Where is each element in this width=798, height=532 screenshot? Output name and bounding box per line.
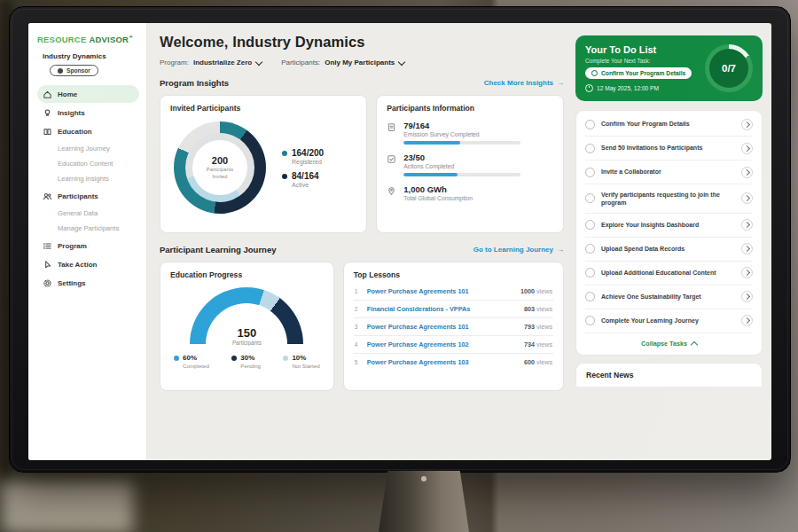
lesson-rank: 2: [355, 306, 361, 312]
lesson-title-link[interactable]: Financial Considerations - VPPAs: [367, 305, 518, 313]
sidebar-item-insights[interactable]: Insights: [37, 104, 139, 121]
lesson-row[interactable]: 4 Power Purchase Agreements 102 734views: [354, 336, 553, 354]
top-lessons-list: 1 Power Purchase Agreements 101 1000view…: [354, 283, 553, 371]
sidebar-item-label: Settings: [58, 279, 86, 287]
legend-item-registered: 164/200 Registered: [282, 148, 324, 165]
task-checkbox[interactable]: [585, 292, 595, 301]
card-title: Participants Information: [387, 104, 553, 113]
invited-donut-center: 200 Participants Invited: [192, 140, 247, 195]
task-chevron-button[interactable]: [741, 315, 753, 326]
task-chevron-button[interactable]: [741, 119, 753, 130]
todo-task-item[interactable]: Achieve One Sustainability Target: [585, 286, 753, 309]
lesson-title-link[interactable]: Power Purchase Agreements 101: [367, 287, 514, 295]
task-chevron-button[interactable]: [741, 267, 753, 278]
lesson-title-link[interactable]: Power Purchase Agreements 103: [367, 358, 518, 366]
sidebar-item-manage-participants[interactable]: Manage Participants: [37, 221, 139, 236]
invited-participants-card: Invited Participants 200 Participants In…: [160, 95, 367, 233]
chevron-right-icon: [744, 195, 750, 201]
sidebar-item-education[interactable]: Education: [37, 122, 139, 140]
sidebar-item-program[interactable]: Program: [37, 237, 139, 254]
chevron-down-icon: [398, 58, 405, 65]
chevron-right-icon: [744, 168, 750, 175]
sidebar-item-settings[interactable]: Settings: [37, 274, 139, 292]
gauge-center: 150 Participants: [190, 326, 303, 346]
sidebar-item-label: Insights: [58, 109, 85, 117]
todo-task-item[interactable]: Verify participants requesting to join t…: [585, 184, 753, 214]
task-checkbox[interactable]: [585, 193, 595, 203]
sidebar-item-participants[interactable]: Participants: [37, 187, 139, 205]
sidebar-item-learning-insights[interactable]: Learning Insights: [37, 171, 139, 186]
lesson-row[interactable]: 3 Power Purchase Agreements 101 793views: [354, 318, 553, 336]
sidebar-item-home[interactable]: Home: [37, 85, 139, 103]
arrow-right-icon: →: [557, 79, 564, 87]
task-checkbox[interactable]: [585, 168, 595, 177]
todo-task-item[interactable]: Complete Your Learning Journey: [585, 309, 753, 333]
lesson-title-link[interactable]: Power Purchase Agreements 102: [367, 340, 518, 348]
sidebar-item-label: Education: [58, 128, 92, 136]
sidebar-item-label: General Data: [58, 209, 98, 217]
clipboard-icon: [387, 122, 396, 132]
sidebar-item-label: Take Action: [58, 261, 97, 269]
card-title: Education Progress: [170, 270, 324, 279]
task-label: Confirm Your Program Details: [601, 120, 735, 128]
page-title: Welcome, Industry Dynamics: [160, 34, 564, 51]
sidebar-item-general-data[interactable]: General Data: [37, 206, 139, 221]
lesson-row[interactable]: 1 Power Purchase Agreements 101 1000view…: [354, 283, 553, 301]
survey-progress-bar: [403, 141, 520, 145]
lesson-row[interactable]: 2 Financial Considerations - VPPAs 803vi…: [354, 301, 553, 318]
education-legend: 60% Completed 30% Pending: [170, 354, 324, 369]
task-chevron-button[interactable]: [741, 192, 753, 204]
collapse-tasks-button[interactable]: Collapse Tasks: [585, 333, 753, 351]
task-checkbox[interactable]: [585, 120, 595, 129]
chevron-right-icon: [744, 270, 750, 276]
todo-summary-card: Your To Do List Complete Your Next Task:…: [575, 35, 763, 101]
info-row-consumption: 1,000 GWh Total Global Consumption: [387, 184, 553, 201]
lesson-title-link[interactable]: Power Purchase Agreements 101: [367, 323, 518, 331]
task-checkbox[interactable]: [585, 244, 595, 254]
task-chevron-button[interactable]: [741, 243, 753, 254]
lesson-row[interactable]: 5 Power Purchase Agreements 103 600views: [354, 354, 553, 371]
task-checkbox[interactable]: [585, 144, 595, 153]
task-chevron-button[interactable]: [741, 143, 753, 154]
chevron-up-icon: [691, 341, 698, 348]
task-checkbox[interactable]: [585, 268, 595, 278]
task-checkbox[interactable]: [585, 220, 595, 230]
arrow-right-icon: →: [557, 246, 564, 254]
section-title: Participant Learning Journey: [160, 245, 276, 254]
next-task-pill[interactable]: Confirm Your Program Details: [585, 67, 692, 79]
todo-task-item[interactable]: Send 50 Invitations to Participants: [585, 137, 753, 160]
todo-task-item[interactable]: Upload Spend Data Records: [585, 238, 753, 262]
main-content: Welcome, Industry Dynamics Program: Indu…: [147, 23, 575, 460]
legend-dot: [174, 356, 179, 361]
lesson-views: 793views: [524, 323, 552, 331]
go-to-learning-journey-link[interactable]: Go to Learning Journey →: [473, 246, 564, 254]
todo-task-item[interactable]: Invite a Collaborator: [585, 160, 753, 184]
participants-select[interactable]: Only My Participants: [325, 59, 404, 66]
todo-subtitle: Complete Your Next Task:: [585, 58, 698, 64]
sidebar-item-label: Program: [58, 242, 87, 250]
sidebar-item-label: Education Content: [58, 160, 113, 168]
task-chevron-button[interactable]: [741, 167, 753, 178]
todo-column: Your To Do List Complete Your Next Task:…: [575, 23, 771, 460]
task-checkbox[interactable]: [585, 316, 595, 325]
recent-news-header: Recent News: [575, 363, 763, 387]
program-select[interactable]: Industrialize Zero: [193, 59, 262, 66]
task-chevron-button[interactable]: [741, 219, 753, 231]
sidebar-item-label: Learning Insights: [58, 175, 109, 183]
logo-advisor: ADVISOR: [89, 35, 129, 44]
sidebar-item-take-action[interactable]: Take Action: [37, 255, 139, 273]
todo-progress-count: 0/7: [709, 49, 748, 88]
task-chevron-button[interactable]: [741, 291, 753, 302]
sidebar-item-learning-journey[interactable]: Learning Journey: [37, 141, 139, 156]
todo-task-item[interactable]: Upload Additional Educational Content: [585, 262, 753, 286]
sidebar-item-education-content[interactable]: Education Content: [37, 156, 139, 171]
donut-center-label: Participants Invited: [200, 167, 239, 179]
todo-task-item[interactable]: Explore Your Insights Dashboard: [585, 214, 753, 238]
todo-task-item[interactable]: Confirm Your Program Details: [585, 113, 753, 137]
lesson-views: 600views: [524, 358, 552, 366]
check-more-insights-link[interactable]: Check More Insights →: [484, 79, 564, 87]
chevron-right-icon: [744, 246, 750, 252]
person-icon: [58, 68, 63, 74]
home-icon: [43, 90, 52, 99]
gear-icon: [43, 278, 52, 288]
